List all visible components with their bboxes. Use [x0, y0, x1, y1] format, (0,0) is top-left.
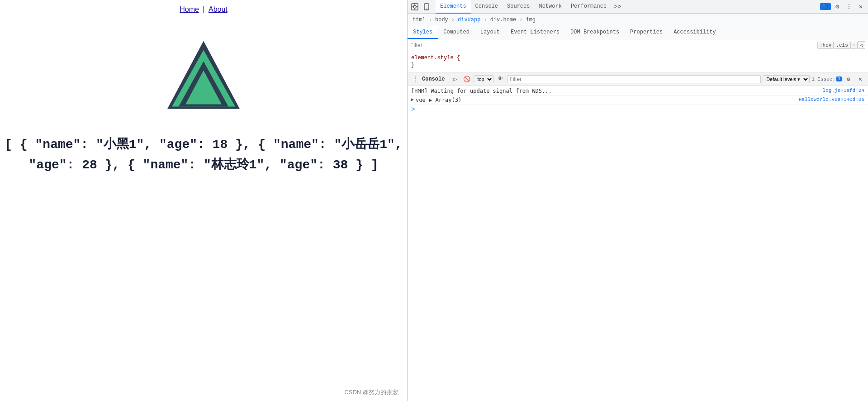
console-message-hmr-link[interactable]: log.js?1afd:24 — [823, 88, 864, 93]
filter-input[interactable] — [410, 42, 817, 48]
panel-tab-styles[interactable]: Styles — [408, 26, 438, 39]
breadcrumb-body[interactable]: body — [434, 16, 450, 24]
issue-count-label: 1 Issue: — [811, 76, 835, 82]
panel-tab-computed[interactable]: Computed — [438, 26, 475, 39]
panel-tab-dom-breakpoints[interactable]: DOM Breakpoints — [565, 26, 625, 39]
console-issue-badge[interactable]: 1 Issue: 1 — [811, 76, 842, 82]
tab-more[interactable]: >> — [611, 0, 624, 14]
tab-network[interactable]: Network — [534, 0, 566, 14]
console-close-button[interactable]: ✕ — [855, 74, 865, 84]
devtools-tab-list: Elements Console Sources Network Perform… — [436, 0, 624, 14]
extension-badge[interactable]: 🔵 — [820, 3, 831, 10]
breadcrumb-sep4: › — [519, 17, 522, 23]
panel-tab-layout[interactable]: Layout — [475, 26, 505, 39]
breadcrumb-html[interactable]: html — [411, 16, 427, 24]
styles-content: element.style { } — [408, 51, 868, 72]
vue-logo — [158, 35, 249, 117]
console-message-vue: ▶ vue ▶ Array(3) HelloWorld.vue?140d:26 — [408, 96, 868, 105]
nav-bar: Home | About — [0, 0, 407, 17]
panel-tabs: Styles Computed Layout Event Listeners D… — [408, 26, 868, 39]
svg-point-5 — [413, 5, 416, 8]
breadcrumb-sep3: › — [484, 17, 487, 23]
console-message-hmr: [HMR] Waiting for update signal from WDS… — [408, 87, 868, 96]
breadcrumb-divapp[interactable]: div#app — [456, 16, 482, 24]
devtools-panel: Elements Console Sources Network Perform… — [407, 0, 868, 401]
breadcrumb-sep1: › — [429, 17, 432, 23]
devtools-right-icons: 🔵 ⚙ ⋮ ✕ — [820, 1, 866, 12]
console-message-hmr-text: [HMR] Waiting for update signal from WDS… — [411, 88, 819, 94]
json-line2: "age": 28 }, { "name": "林志玲1", "age": 38… — [5, 155, 402, 176]
console-level-select[interactable]: Default levels ▾ — [763, 75, 810, 83]
console-menu-icon[interactable]: ⋮ — [410, 74, 420, 84]
cls-button[interactable]: .cls — [834, 42, 850, 49]
devtools-toolbar-icons — [409, 1, 432, 12]
filter-bar: :hov .cls + ◁ — [408, 39, 868, 51]
panel-tab-properties[interactable]: Properties — [625, 26, 668, 39]
console-messages: [HMR] Waiting for update signal from WDS… — [408, 86, 868, 401]
style-selector: element.style { — [411, 55, 460, 61]
console-panel: ⋮ Console ▷ 🚫 top 👁 Default levels ▾ 1 I… — [408, 72, 868, 401]
tab-sources[interactable]: Sources — [503, 0, 534, 14]
console-settings-icon[interactable]: ⚙ — [844, 74, 854, 84]
breadcrumb-bar: html › body › div#app › div.home › img — [408, 14, 868, 26]
console-prompt[interactable]: > — [408, 105, 868, 114]
console-message-vue-text: vue ▶ Array(3) — [416, 97, 795, 103]
console-filter-input[interactable] — [507, 75, 761, 83]
browser-content: Home | About [ { "name": "小黑1", "age": 1… — [0, 0, 407, 401]
inspect-icon[interactable] — [409, 1, 420, 12]
tab-console[interactable]: Console — [471, 0, 503, 14]
extension-icon: 🔵 — [822, 4, 828, 10]
style-close-brace: } — [411, 62, 864, 68]
devtools-more-icon[interactable]: ⋮ — [844, 1, 854, 12]
home-link[interactable]: Home — [180, 5, 199, 13]
device-icon[interactable] — [421, 1, 432, 12]
collapse-button[interactable]: ◁ — [858, 41, 865, 49]
add-style-button[interactable]: + — [850, 42, 858, 49]
nav-separator: | — [203, 5, 204, 13]
breadcrumb-img[interactable]: img — [524, 16, 537, 24]
console-execute-icon[interactable]: ▷ — [450, 74, 460, 84]
element-style-rule: element.style { — [411, 55, 864, 61]
devtools-settings-icon[interactable]: ⚙ — [832, 1, 843, 12]
json-output: [ { "name": "小黑1", "age": 18 }, { "name"… — [5, 135, 402, 176]
devtools-toolbar: Elements Console Sources Network Perform… — [408, 0, 868, 14]
tab-elements[interactable]: Elements — [436, 0, 471, 14]
hov-button[interactable]: :hov — [817, 42, 834, 49]
json-line1: [ { "name": "小黑1", "age": 18 }, { "name"… — [5, 135, 402, 155]
console-context-select[interactable]: top — [474, 75, 493, 83]
console-title: Console — [422, 76, 445, 82]
devtools-close-icon[interactable]: ✕ — [855, 1, 866, 12]
tab-performance[interactable]: Performance — [566, 0, 611, 14]
console-header: ⋮ Console ▷ 🚫 top 👁 Default levels ▾ 1 I… — [408, 72, 868, 86]
console-live-expressions-icon[interactable]: 👁 — [495, 74, 505, 84]
breadcrumb-sep2: › — [451, 17, 455, 23]
breadcrumb-divhome[interactable]: div.home — [489, 16, 518, 24]
expand-arrow-icon[interactable]: ▶ — [411, 97, 414, 102]
console-clear-icon[interactable]: 🚫 — [462, 74, 472, 84]
watermark: CSDN @努力的张宏 — [344, 388, 398, 396]
panel-tab-event-listeners[interactable]: Event Listeners — [505, 26, 565, 39]
brace-close: } — [411, 62, 414, 68]
issue-count-icon: 1 — [836, 76, 842, 81]
console-message-vue-link[interactable]: HelloWorld.vue?140d:26 — [799, 97, 864, 102]
panel-tab-accessibility[interactable]: Accessibility — [668, 26, 721, 39]
about-link[interactable]: About — [209, 5, 228, 13]
